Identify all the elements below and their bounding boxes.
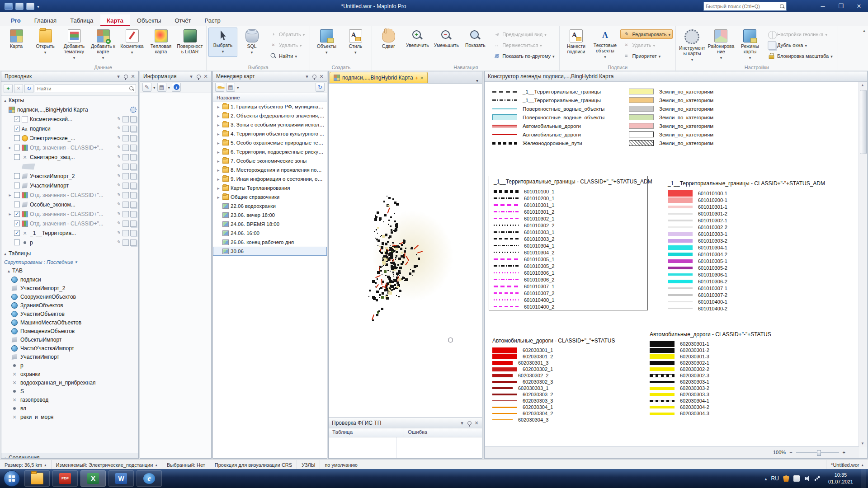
explorer-section-tables[interactable]: Таблицы <box>1 249 138 258</box>
zoom-in-icon[interactable] <box>843 450 845 455</box>
layer-options-icon[interactable] <box>130 145 137 151</box>
layer-options-icon[interactable] <box>130 183 137 189</box>
legend-row[interactable]: 602030301_3 <box>492 360 615 366</box>
table-row[interactable]: охранки <box>1 370 138 378</box>
expand-icon[interactable] <box>216 186 221 191</box>
layer-visibility-checkbox[interactable] <box>14 126 20 131</box>
ribbon-button[interactable]: Дубль окна <box>765 40 835 50</box>
table-row[interactable]: вл <box>1 404 138 413</box>
ribbon-button[interactable]: Уменьшить <box>432 28 461 51</box>
layer-visibility-checkbox[interactable] <box>14 192 20 198</box>
ribbon-button[interactable]: Объекты <box>312 28 341 57</box>
quick-search[interactable] <box>703 2 787 11</box>
layer-row[interactable]: Отд. значения - CLASSID+"... <box>1 209 138 219</box>
explorer-search-input[interactable] <box>35 86 129 91</box>
start-button[interactable] <box>4 470 20 487</box>
legend-row[interactable]: 601010100_1 <box>494 188 643 195</box>
ribbon-button[interactable]: Инструменты карты <box>678 28 707 64</box>
expand-icon[interactable] <box>216 104 221 109</box>
close-icon[interactable] <box>473 419 480 427</box>
table-row[interactable]: УчасткиИмпорт_2 <box>1 284 138 292</box>
expand-icon[interactable] <box>216 141 221 145</box>
label-layer-icon[interactable] <box>123 230 129 236</box>
layer-row[interactable]: подписи <box>1 124 138 133</box>
edit-layer-icon[interactable] <box>116 126 121 131</box>
legend-row[interactable]: 601010307_1 <box>494 283 643 290</box>
expand-icon[interactable] <box>216 159 221 164</box>
close-icon[interactable] <box>129 73 137 80</box>
legend-row[interactable]: _1__Территориальные_границы <box>492 96 604 104</box>
legend-row[interactable]: 601010306-1 <box>668 271 825 278</box>
status-default[interactable]: по умолчанию <box>320 460 826 469</box>
legend-frame-roads-black[interactable]: Автомобильные_дороги - CLASSID+"-"+STATU… <box>650 331 771 417</box>
legend-row[interactable]: Земли_по_категориям <box>629 104 713 113</box>
ribbon-button[interactable]: Поверхность LiDAR <box>175 28 204 62</box>
legend-row[interactable]: 601010304-2 <box>668 251 825 258</box>
layer-visibility-checkbox[interactable] <box>14 230 20 236</box>
map-manager-item[interactable]: 2. Объекты федерального значения, ... <box>213 111 327 120</box>
legend-row[interactable]: 602030301_1 <box>492 347 615 353</box>
expand-icon[interactable] <box>216 113 221 118</box>
ribbon-button[interactable]: Выбрать <box>208 28 237 57</box>
expand-icon[interactable] <box>216 195 221 200</box>
table-row[interactable]: МашиноМестаОбъектов <box>1 318 138 327</box>
legend-row[interactable]: 601010304_1 <box>494 242 643 249</box>
layer-options-icon[interactable] <box>130 221 137 227</box>
table-row[interactable]: УчасткиИмпорт <box>1 352 138 361</box>
legend-row[interactable]: 602030303_3 <box>492 398 615 404</box>
expand-icon[interactable] <box>8 211 12 216</box>
legend-row[interactable]: 601010301_2 <box>494 208 643 215</box>
legend-row[interactable]: 601010302_1 <box>494 215 643 222</box>
legend-row[interactable]: 602030303_2 <box>492 391 615 398</box>
layer-options-icon[interactable] <box>130 135 137 141</box>
column-header[interactable]: Название <box>213 93 327 102</box>
label-layer-icon[interactable] <box>123 126 129 132</box>
ribbon-button[interactable]: Настройки геолинка <box>765 29 835 39</box>
legend-row[interactable]: 601010307_2 <box>494 290 643 296</box>
zoom-slider[interactable] <box>796 452 839 453</box>
map-manager-item[interactable]: 22.06 водоохранки <box>213 202 327 211</box>
layer-row[interactable]: УчасткиИмпорт_2 <box>1 171 138 181</box>
table-row[interactable]: ОбъектыИмпорт <box>1 335 138 344</box>
layer-options-icon[interactable] <box>130 173 137 179</box>
map-manager-item[interactable]: 24.06. ВРЕМЯ 18:00 <box>213 220 327 229</box>
layer-visibility-checkbox[interactable] <box>14 154 20 160</box>
status-selected[interactable]: Выбранный: Нет <box>162 460 210 469</box>
security-tray-icon[interactable] <box>783 475 789 482</box>
map-manager-item[interactable]: 26.06. конец рабочего дня <box>213 238 327 247</box>
ribbon-button[interactable]: Нанести подписи <box>561 28 590 61</box>
tables-grouping[interactable]: Сгруппированы : Последние <box>1 258 138 266</box>
layer-options-icon[interactable] <box>130 230 137 236</box>
chevron-down-icon[interactable] <box>458 419 466 427</box>
ribbon-tab[interactable]: Объекты <box>131 14 168 26</box>
ribbon-button[interactable]: Переместиться <box>491 40 557 50</box>
refresh-icon[interactable] <box>24 84 33 93</box>
table-row[interactable]: УчасткиОбъектов <box>1 310 138 318</box>
legend-row[interactable]: 601010302_2 <box>494 222 643 229</box>
tab-list-icon[interactable] <box>472 78 482 83</box>
legend-row[interactable]: Автомобильные_дороги <box>492 130 604 139</box>
legend-row[interactable]: Земли_по_категориям <box>629 130 713 139</box>
legend-row[interactable]: 602030304-3 <box>650 410 771 417</box>
ribbon-button[interactable]: Стиль <box>341 28 370 57</box>
language-indicator[interactable]: RU <box>771 475 779 482</box>
chevron-down-icon[interactable] <box>168 84 170 90</box>
ribbon-tab[interactable]: Таблица <box>64 14 99 26</box>
legend-row[interactable]: 601010306_2 <box>494 276 643 283</box>
ribbon-button[interactable]: Редактировать <box>620 29 673 39</box>
map-manager-item[interactable]: 8. Месторождения и проявления поле... <box>213 165 327 174</box>
ribbon-button[interactable]: SQL <box>237 28 266 57</box>
taskbar-app-button[interactable] <box>24 470 50 487</box>
taskbar-app-button[interactable] <box>137 470 162 487</box>
legend-row[interactable]: 601010305_2 <box>494 263 643 269</box>
taskbar-app-button[interactable] <box>108 470 134 487</box>
legend-row[interactable]: 602030303-3 <box>650 391 771 398</box>
legend-row[interactable]: Железнодорожные_пути <box>492 139 604 147</box>
pin-icon[interactable] <box>311 73 318 80</box>
column-header-table[interactable]: Таблица <box>329 428 404 437</box>
expand-icon[interactable] <box>216 122 221 127</box>
ribbon-button[interactable]: Увеличить <box>403 28 432 51</box>
layer-visibility-checkbox[interactable] <box>14 221 20 226</box>
table-row[interactable]: подписи <box>1 275 138 284</box>
map-manager-item[interactable]: 6. Территории, подверженные риску в... <box>213 147 327 156</box>
